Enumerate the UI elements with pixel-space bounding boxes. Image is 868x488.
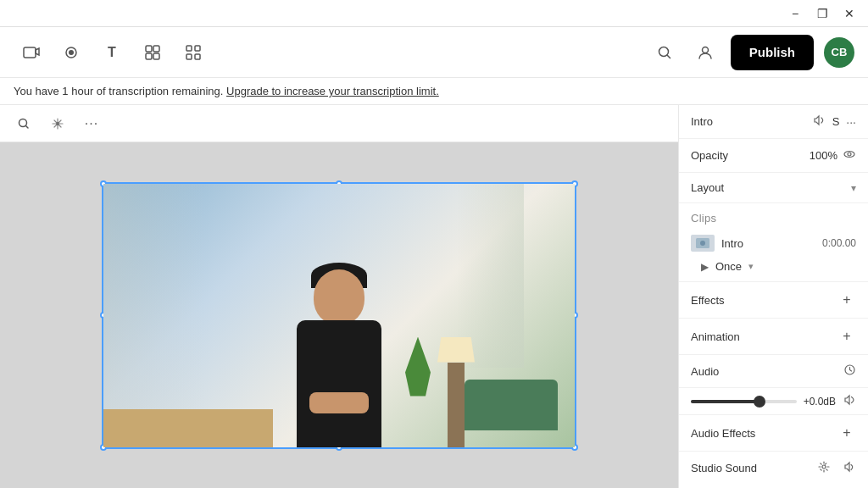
audio-slider-row: +0.0dB (679, 388, 868, 415)
video-frame (103, 184, 575, 447)
title-bar: − ❐ ✕ (0, 0, 868, 27)
close-button[interactable]: ✕ (837, 2, 861, 25)
canvas-search-button[interactable] (10, 110, 37, 137)
effects-row[interactable]: Effects + (679, 282, 868, 319)
toolbar-right: Publish CB (649, 35, 854, 70)
svg-rect-3 (146, 46, 152, 52)
clip-thumbnail (691, 235, 715, 252)
bg-plant (405, 337, 431, 396)
audio-effects-label: Audio Effects (691, 427, 837, 440)
intro-actions: S ··· (812, 114, 856, 130)
svg-point-14 (56, 122, 59, 125)
canvas-area: ··· (0, 105, 678, 488)
studio-audio-icon[interactable] (843, 460, 856, 476)
bg-sofa (465, 380, 558, 430)
canvas-viewport[interactable] (0, 142, 678, 488)
publish-button[interactable]: Publish (731, 35, 814, 70)
effects-add-button[interactable]: + (837, 291, 856, 309)
once-label: Once (715, 260, 742, 273)
opacity-row: Opacity 100% (679, 139, 868, 173)
notif-message: You have 1 hour of transcription remaini… (14, 85, 223, 97)
clips-header: Clips (679, 203, 868, 230)
app: T (0, 27, 868, 488)
audio-slider-thumb[interactable] (754, 396, 765, 408)
canvas-toolbar: ··· (0, 105, 678, 142)
animation-label: Animation (691, 330, 837, 343)
opacity-label: Opacity (691, 149, 810, 162)
canvas-more-button[interactable]: ··· (78, 110, 105, 137)
playback-chevron-icon[interactable]: ▾ (748, 261, 754, 272)
layout-label: Layout (691, 181, 851, 194)
svg-rect-6 (153, 53, 159, 59)
person-body (297, 320, 381, 447)
user-button[interactable] (690, 37, 721, 68)
media-tool-button[interactable] (14, 36, 47, 69)
svg-point-20 (822, 465, 826, 469)
elements-tool-button[interactable] (136, 36, 170, 69)
svg-rect-9 (186, 54, 192, 59)
bg-curtain-left (103, 184, 205, 447)
effects-label: Effects (691, 294, 837, 307)
audio-toggle-icon[interactable] (812, 114, 826, 130)
clips-section: Clips Intro 0:00.00 ▶ Once ▾ (679, 203, 868, 282)
restore-button[interactable]: ❐ (810, 2, 834, 25)
main-content: ··· (0, 105, 868, 488)
animation-add-button[interactable]: + (837, 327, 856, 346)
clip-name: Intro (721, 237, 815, 250)
person-head (314, 269, 364, 324)
audio-db-value: +0.0dB (804, 396, 836, 408)
studio-sound-row: Studio Sound (679, 452, 868, 485)
right-panel: Intro S ··· Opacity 100% (678, 105, 868, 488)
notif-upgrade-link[interactable]: Upgrade to increase your transcription l… (226, 85, 439, 97)
clip-item: Intro 0:00.00 (679, 230, 868, 257)
svg-rect-0 (24, 47, 36, 58)
audio-volume-icon[interactable] (843, 393, 856, 409)
more-icon: ··· (85, 116, 98, 131)
minimize-button[interactable]: − (783, 2, 807, 25)
layout-row[interactable]: Layout ▾ (679, 173, 868, 203)
svg-rect-5 (146, 53, 152, 59)
audio-effects-add-button[interactable]: + (837, 424, 856, 442)
grid-tool-button[interactable] (176, 36, 210, 69)
avatar[interactable]: CB (824, 37, 854, 68)
intro-s-badge: S (832, 115, 840, 128)
audio-slider-fill (691, 400, 760, 403)
text-tool-button[interactable]: T (95, 36, 129, 69)
text-icon: T (108, 45, 116, 60)
audio-slider-track[interactable] (691, 400, 797, 403)
layout-chevron-icon: ▾ (851, 182, 856, 194)
intro-label: Intro (691, 115, 812, 128)
notification-bar: You have 1 hour of transcription remaini… (0, 78, 868, 105)
visibility-icon[interactable] (843, 147, 856, 164)
bg-lamp-shade (437, 337, 475, 363)
more-options-icon[interactable]: ··· (846, 115, 856, 129)
audio-effects-row[interactable]: Audio Effects + (679, 415, 868, 452)
studio-settings-icon[interactable] (817, 460, 831, 476)
bg-desk (103, 409, 273, 447)
toolbar: T (0, 27, 868, 78)
audio-row: Audio (679, 355, 868, 388)
play-icon[interactable]: ▶ (701, 261, 709, 273)
person-silhouette (271, 244, 407, 447)
clip-time: 0:00.00 (822, 237, 856, 249)
clip-playback: ▶ Once ▾ (679, 257, 868, 281)
canvas-sparkle-button[interactable] (44, 110, 71, 137)
animation-row[interactable]: Animation + (679, 319, 868, 355)
video-container[interactable] (102, 182, 576, 449)
record-tool-button[interactable] (54, 36, 88, 69)
search-button[interactable] (649, 37, 680, 68)
audio-label: Audio (691, 365, 838, 378)
svg-point-12 (702, 47, 708, 53)
opacity-value: 100% (810, 149, 837, 162)
svg-rect-7 (186, 46, 192, 51)
person-hands (309, 392, 369, 413)
svg-point-2 (69, 50, 74, 55)
intro-row: Intro S ··· (679, 105, 868, 139)
audio-clock-icon[interactable] (843, 363, 856, 379)
svg-rect-4 (153, 46, 159, 52)
studio-sound-label: Studio Sound (691, 462, 810, 474)
svg-rect-8 (195, 46, 200, 51)
bg-lamp (448, 363, 465, 447)
svg-rect-10 (195, 54, 200, 59)
svg-point-18 (700, 241, 705, 246)
